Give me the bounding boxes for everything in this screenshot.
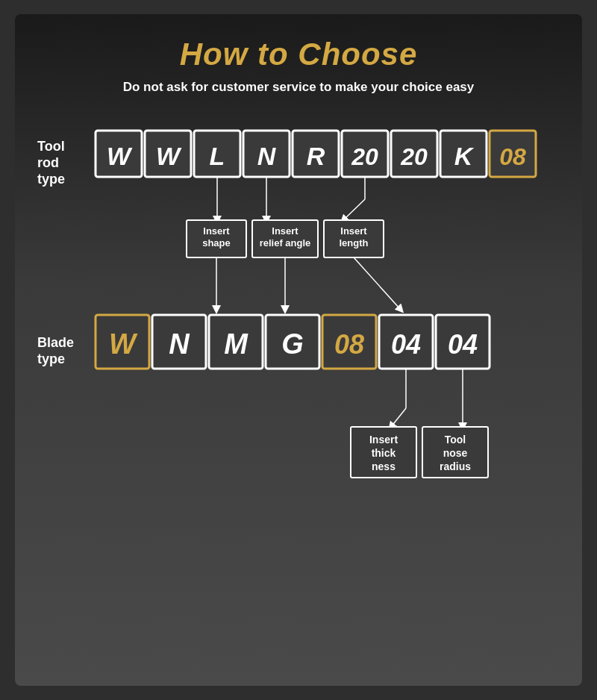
svg-text:K: K: [454, 142, 475, 170]
page-title: How to Choose: [180, 37, 418, 72]
subtitle: Do not ask for customer service to make …: [123, 80, 475, 95]
svg-text:W: W: [109, 328, 138, 360]
svg-text:thick: thick: [372, 447, 396, 459]
svg-text:W: W: [107, 142, 133, 170]
diagram-svg: Tool rod type W W L N R 20 20 K 08: [30, 117, 567, 625]
svg-text:W: W: [156, 142, 182, 170]
svg-text:ness: ness: [372, 460, 396, 472]
svg-text:M: M: [224, 328, 249, 360]
svg-text:08: 08: [334, 329, 364, 360]
svg-text:length: length: [340, 237, 369, 249]
svg-line-55: [391, 408, 406, 427]
svg-text:type: type: [37, 351, 65, 366]
svg-text:rod: rod: [37, 155, 59, 170]
svg-text:04: 04: [391, 329, 421, 360]
svg-text:N: N: [257, 142, 277, 170]
svg-line-25: [343, 199, 365, 220]
svg-text:04: 04: [448, 329, 478, 360]
svg-text:Insert: Insert: [369, 434, 398, 446]
svg-text:Insert: Insert: [203, 225, 230, 237]
svg-text:08: 08: [499, 143, 526, 170]
svg-text:R: R: [307, 142, 325, 170]
svg-text:N: N: [169, 328, 190, 360]
svg-text:type: type: [37, 172, 65, 187]
svg-text:Insert: Insert: [340, 225, 367, 237]
svg-text:Insert: Insert: [272, 225, 298, 237]
svg-text:Tool: Tool: [445, 434, 466, 446]
svg-text:nose: nose: [443, 447, 468, 459]
svg-text:Tool: Tool: [37, 139, 65, 154]
svg-text:shape: shape: [202, 237, 231, 249]
svg-text:20: 20: [400, 143, 428, 170]
svg-text:20: 20: [351, 143, 378, 170]
svg-text:relief angle: relief angle: [260, 237, 311, 249]
svg-text:L: L: [210, 142, 225, 170]
svg-text:Blade: Blade: [37, 335, 74, 350]
svg-text:radius: radius: [440, 460, 471, 472]
svg-line-37: [354, 257, 401, 310]
svg-text:G: G: [281, 328, 304, 360]
card: How to Choose Do not ask for customer se…: [15, 14, 582, 686]
